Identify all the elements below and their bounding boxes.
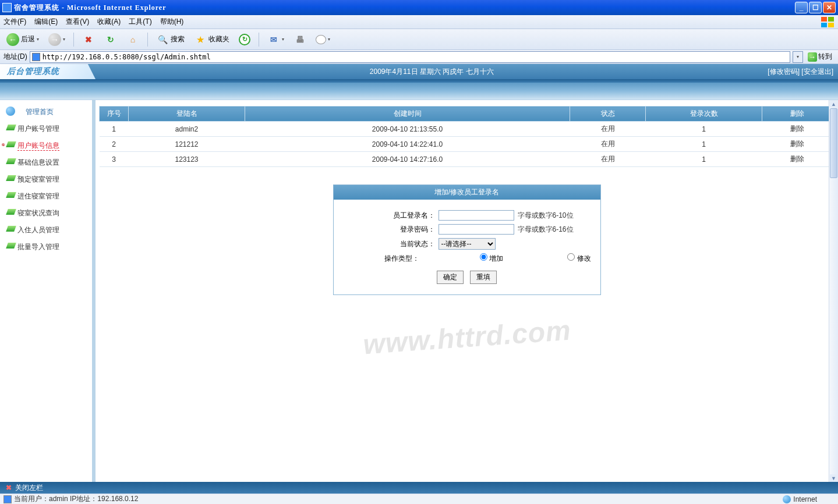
mail-button[interactable]: ✉▾: [264, 31, 287, 48]
sidebar-item[interactable]: 寝室状况查询: [0, 205, 92, 222]
logout-link[interactable]: [安全退出]: [801, 68, 833, 76]
accounts-table: 序号 登陆名 创建时间 状态 登录次数 删除 1admin22009-04-10…: [99, 106, 832, 167]
chevron-down-icon: ▾: [797, 54, 799, 59]
password-input[interactable]: [439, 224, 514, 235]
table-row: 31231232009-04-10 14:27:16.0在用1删除: [100, 152, 832, 167]
col-count: 登录次数: [646, 107, 762, 122]
app-body: 管理首页用户账号管理用户账号信息基础信息设置预定寝室管理进住寝室管理寝室状况查询…: [0, 100, 838, 482]
cell-count: 1: [646, 152, 762, 167]
chevron-down-icon: ▾: [328, 37, 330, 42]
history-button[interactable]: ↻: [236, 32, 253, 47]
change-password-link[interactable]: [修改密码]: [768, 68, 800, 76]
search-label: 搜索: [171, 34, 185, 44]
header-links: [修改密码] [安全退出]: [768, 67, 838, 77]
address-dropdown-button[interactable]: ▾: [793, 51, 803, 63]
sidebar-item[interactable]: 进住寝室管理: [0, 188, 92, 205]
close-left-label[interactable]: 关闭左栏: [15, 483, 43, 493]
cell-idx: 1: [100, 122, 129, 137]
chevron-down-icon: ▾: [63, 37, 65, 42]
sidebar: 管理首页用户账号管理用户账号信息基础信息设置预定寝室管理进住寝室管理寝室状况查询…: [0, 100, 96, 482]
status-bar: 当前用户：admin IP地址：192.168.0.12 Internet: [0, 494, 838, 504]
sidebar-item[interactable]: 入住人员管理: [0, 222, 92, 239]
scroll-down-button[interactable]: ▼: [830, 474, 837, 482]
page-favicon-icon: [3, 495, 12, 503]
submit-button[interactable]: 确定: [437, 271, 464, 284]
maximize-button[interactable]: ☐: [809, 2, 822, 13]
opt-mod-label[interactable]: 修改: [511, 253, 595, 264]
col-login: 登陆名: [129, 107, 245, 122]
opt-mod-radio[interactable]: [567, 253, 575, 261]
refresh-button[interactable]: ↻: [101, 31, 120, 48]
cell-login: 123123: [129, 152, 245, 167]
cell-idx: 2: [100, 137, 129, 152]
opt-add-label[interactable]: 增加: [423, 253, 507, 264]
date-display: 2009年4月11日 星期六 丙戌年 七月十六: [96, 67, 768, 77]
window-close-button[interactable]: ✕: [823, 2, 836, 13]
go-button[interactable]: → 转到: [805, 52, 835, 62]
chevron-down-icon: ▾: [282, 37, 284, 42]
opt-add-text: 增加: [489, 254, 503, 262]
stop-button[interactable]: ✖: [79, 31, 98, 48]
sidebar-home[interactable]: 管理首页: [0, 104, 92, 120]
address-input[interactable]: [43, 53, 788, 61]
scrollbar[interactable]: ▲ ▼: [829, 100, 838, 482]
ie-icon: [2, 3, 12, 12]
history-icon: ↻: [239, 34, 250, 45]
cell-state: 在用: [570, 122, 646, 137]
print-button[interactable]: 🖶: [291, 31, 309, 48]
home-button[interactable]: ⌂: [123, 31, 142, 48]
cell-count: 1: [646, 122, 762, 137]
mail-icon: ✉: [267, 33, 280, 46]
col-index: 序号: [100, 107, 129, 122]
status-right: Internet: [793, 495, 817, 503]
scroll-up-button[interactable]: ▲: [830, 100, 837, 108]
login-label: 员工登录名：: [340, 211, 439, 221]
print-icon: 🖶: [294, 33, 306, 46]
page-favicon-icon: [32, 53, 40, 61]
windows-logo-icon: [821, 16, 835, 28]
separator: [73, 33, 74, 47]
app-logo: 后台管理系统: [0, 64, 96, 79]
add-edit-form: 增加/修改员工登录名 员工登录名： 字母或数字6-10位 登录密码： 字母或数字…: [333, 184, 601, 295]
menu-tools[interactable]: 工具(T): [129, 17, 151, 27]
sidebar-item[interactable]: 用户账号管理: [0, 120, 92, 137]
scroll-thumb[interactable]: [830, 108, 837, 178]
sidebar-item[interactable]: 用户账号信息: [0, 137, 92, 154]
favorites-button[interactable]: ★ 收藏夹: [191, 31, 232, 48]
delete-cell[interactable]: 删除: [762, 137, 832, 152]
active-dot-icon: [2, 143, 5, 146]
optype-label: 操作类型：: [340, 254, 423, 264]
opt-add-radio[interactable]: [480, 253, 487, 261]
search-button[interactable]: 🔍 搜索: [153, 31, 188, 48]
favorites-label: 收藏夹: [208, 34, 229, 44]
reset-button[interactable]: 重填: [470, 271, 497, 284]
delete-cell[interactable]: 删除: [762, 122, 832, 137]
watermark: www.httrd.com: [362, 314, 572, 361]
login-input[interactable]: [439, 210, 514, 221]
close-left-icon[interactable]: ✖: [6, 484, 12, 492]
menu-view[interactable]: 查看(V): [66, 17, 89, 27]
menu-file[interactable]: 文件(F): [3, 17, 26, 27]
menu-help[interactable]: 帮助(H): [160, 17, 184, 27]
back-button[interactable]: ← 后退 ▾: [3, 31, 42, 48]
forward-button[interactable]: → ▾: [45, 31, 68, 48]
password-hint: 字母或数字6-16位: [518, 225, 574, 235]
opt-mod-text: 修改: [577, 254, 591, 262]
sidebar-item[interactable]: 批量导入管理: [0, 239, 92, 255]
menu-edit[interactable]: 编辑(E): [34, 17, 58, 27]
internet-zone-icon: [783, 495, 791, 503]
cell-state: 在用: [570, 137, 646, 152]
stop-icon: ✖: [82, 33, 95, 46]
menu-favorites[interactable]: 收藏(A): [97, 17, 121, 27]
go-label: 转到: [818, 52, 832, 62]
sidebar-item[interactable]: 基础信息设置: [0, 154, 92, 171]
sidebar-item[interactable]: 预定寝室管理: [0, 171, 92, 188]
edit-button[interactable]: ▾: [313, 33, 333, 46]
edit-icon: [316, 35, 326, 44]
cell-count: 1: [646, 137, 762, 152]
delete-cell[interactable]: 删除: [762, 152, 832, 167]
state-select[interactable]: --请选择--: [439, 238, 496, 250]
address-input-wrap: [30, 51, 790, 63]
minimize-button[interactable]: _: [795, 2, 808, 13]
table-row: 21212122009-04-10 14:22:41.0在用1删除: [100, 137, 832, 152]
